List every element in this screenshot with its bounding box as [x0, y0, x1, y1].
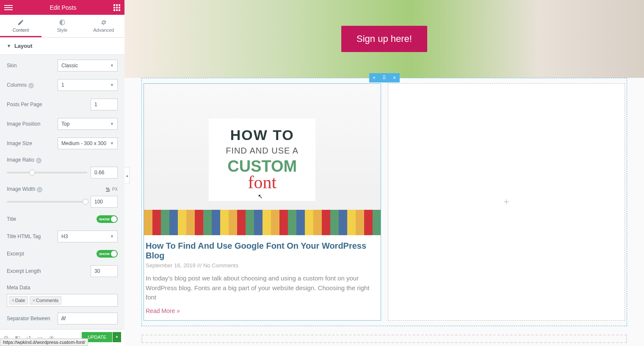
imgratio-label: Image Ratio: [7, 157, 34, 163]
control-posts-per-page: Posts Per Page: [7, 99, 118, 110]
tab-advanced-label: Advanced: [94, 27, 114, 33]
control-title: Title SHOW: [7, 215, 118, 223]
update-dropdown[interactable]: ▲: [113, 332, 121, 342]
control-image-position: Image Position Top▼: [7, 118, 118, 130]
tag-date[interactable]: ×Date: [9, 296, 28, 305]
pencil-icon: [17, 19, 24, 26]
chevron-down-icon: ▼: [110, 63, 114, 68]
chevron-down-icon: ▼: [110, 83, 114, 87]
control-image-width: Image Width▭ % PX: [7, 186, 118, 208]
unit-toggle[interactable]: % PX: [106, 187, 118, 192]
add-section-icon[interactable]: +: [369, 73, 379, 82]
caret-down-icon: ▼: [7, 44, 11, 48]
metadata-input[interactable]: ×Date ×Comments: [7, 294, 118, 307]
imgpos-label: Image Position: [7, 121, 58, 127]
section-handle: + ⠿ ×: [369, 73, 400, 82]
remove-icon[interactable]: ×: [12, 298, 14, 303]
decorative-blocks: [144, 210, 381, 235]
controls: Skin Classic▼ Columns▭ 1▼ Posts Per Page…: [0, 55, 124, 329]
imgwidth-slider[interactable]: [7, 201, 87, 203]
control-columns: Columns▭ 1▼: [7, 79, 118, 91]
title-toggle[interactable]: SHOW: [97, 215, 118, 223]
separator-label: Separator Between: [7, 316, 58, 321]
drag-section-icon[interactable]: ⠿: [379, 73, 390, 82]
section-layout-label: Layout: [14, 43, 33, 49]
imgwidth-input[interactable]: [91, 196, 118, 208]
skin-select[interactable]: Classic▼: [58, 60, 118, 71]
column-left[interactable]: ▦ ✎ HOW TO FIND AND USE A CUSTOM font ↖: [144, 83, 381, 321]
imgratio-slider[interactable]: [7, 172, 87, 173]
tab-style[interactable]: Style: [41, 15, 83, 37]
control-skin: Skin Classic▼: [7, 60, 118, 71]
post-meta: September 16, 2019 /// No Comments: [146, 262, 379, 269]
tab-content-label: Content: [13, 27, 29, 33]
add-widget-icon[interactable]: +: [503, 196, 509, 208]
tab-advanced[interactable]: Advanced: [83, 15, 124, 37]
chevron-down-icon: ▼: [110, 122, 114, 126]
excerptlen-input[interactable]: [91, 265, 118, 277]
control-excerpt: Excerpt SHOW: [7, 250, 118, 258]
columns-label: Columns▭: [7, 82, 58, 88]
columns-select[interactable]: 1▼: [58, 79, 118, 91]
post-excerpt: In today's blog post we talk about choos…: [146, 274, 379, 302]
remove-icon[interactable]: ×: [33, 298, 35, 303]
tab-style-label: Style: [57, 27, 67, 33]
imgsize-label: Image Size: [7, 140, 58, 146]
panel-header: Edit Posts: [0, 0, 124, 15]
signup-button[interactable]: Sign up here!: [341, 26, 427, 52]
control-title-tag: Title HTML Tag H3▼: [7, 231, 118, 242]
section-layout-header[interactable]: ▼ Layout: [0, 38, 124, 55]
responsive-icon[interactable]: ▭: [37, 187, 42, 192]
gear-icon: [100, 19, 107, 26]
excerptlen-label: Excerpt Length: [7, 268, 91, 274]
chevron-down-icon: ▼: [110, 234, 114, 239]
titletag-select[interactable]: H3▼: [58, 231, 118, 242]
tag-comments[interactable]: ×Comments: [30, 296, 61, 305]
slider-thumb[interactable]: [83, 199, 88, 205]
control-image-ratio: Image Ratio▭: [7, 157, 118, 178]
delete-section-icon[interactable]: ×: [390, 73, 400, 82]
control-meta-data: Meta Data ×Date ×Comments: [7, 285, 118, 307]
contrast-icon: [59, 19, 66, 26]
post-image[interactable]: HOW TO FIND AND USE A CUSTOM font ↖: [144, 84, 381, 235]
imgsize-select[interactable]: Medium - 300 x 300▼: [58, 137, 118, 149]
read-more-link[interactable]: Read More »: [146, 308, 379, 314]
control-separator: Separator Between: [7, 313, 118, 324]
canvas: ◂ Sign up here! + ⠿ × ▦ ✎ HOW TO FIND AN…: [124, 0, 644, 346]
panel-tabs: Content Style Advanced: [0, 15, 124, 38]
excerpt-label: Excerpt: [7, 251, 97, 257]
post-body: How To Find And Use Google Font On Your …: [144, 235, 381, 320]
responsive-icon[interactable]: ▭: [28, 83, 34, 88]
posts-section[interactable]: + ⠿ × ▦ ✎ HOW TO FIND AND USE A CUSTOM f…: [141, 78, 627, 326]
metadata-label: Meta Data: [7, 285, 118, 291]
status-bar: https://wpkind.d/wordpress-custom-font/: [0, 338, 88, 346]
collapse-panel-handle[interactable]: ◂: [124, 167, 130, 184]
img-line1: HOW TO: [226, 127, 299, 143]
toggle-knob: [111, 251, 117, 257]
slider-thumb[interactable]: [29, 170, 35, 176]
excerpt-toggle[interactable]: SHOW: [97, 250, 118, 258]
control-image-size: Image Size Medium - 300 x 300▼: [7, 137, 118, 149]
apps-icon[interactable]: [113, 4, 120, 11]
panel-title: Edit Posts: [50, 4, 76, 11]
hamburger-icon[interactable]: [4, 4, 13, 11]
toggle-knob: [111, 216, 117, 222]
new-section-placeholder[interactable]: [141, 335, 627, 343]
title-label: Title: [7, 216, 97, 222]
hero-section: Sign up here!: [124, 0, 644, 78]
section-row: ▦ ✎ HOW TO FIND AND USE A CUSTOM font ↖: [142, 78, 627, 326]
column-right[interactable]: +: [388, 83, 625, 321]
imgratio-input[interactable]: [91, 167, 118, 178]
imgwidth-label: Image Width: [7, 186, 35, 192]
responsive-icon[interactable]: ▭: [36, 158, 41, 163]
post-title[interactable]: How To Find And Use Google Font On Your …: [146, 241, 379, 261]
separator-input[interactable]: [58, 313, 118, 324]
imgpos-select[interactable]: Top▼: [58, 118, 118, 130]
ppp-label: Posts Per Page: [7, 102, 91, 107]
tab-content[interactable]: Content: [0, 15, 41, 37]
editor-panel: Edit Posts Content Style Advanced ▼ Layo…: [0, 0, 124, 346]
ppp-input[interactable]: [91, 99, 118, 110]
titletag-label: Title HTML Tag: [7, 233, 58, 239]
control-excerpt-length: Excerpt Length: [7, 265, 118, 277]
img-line2: FIND AND USE A: [226, 146, 299, 156]
